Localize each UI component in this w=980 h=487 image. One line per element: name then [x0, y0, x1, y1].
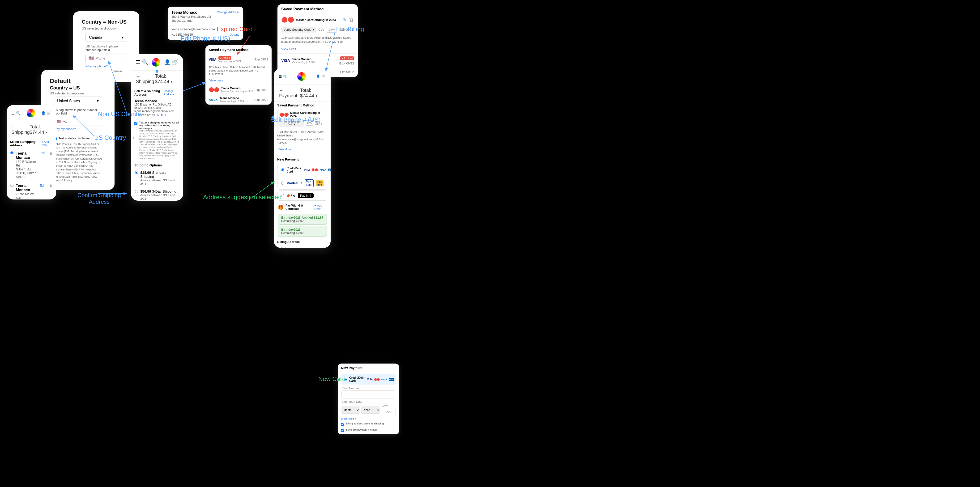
- cvv-label-tr: CVV: [318, 28, 324, 32]
- why-phone-non-us[interactable]: Why my phone?: [86, 65, 127, 68]
- saved-tr-card1-name: Master Card ending in 2224: [296, 18, 336, 22]
- payment-total: Total: $74.44: [300, 87, 314, 98]
- card1-edit-icon[interactable]: ✎: [343, 17, 347, 23]
- change-address-center[interactable]: Change Address: [164, 89, 180, 96]
- annotation-new-card: New Card →: [318, 375, 356, 383]
- paypal-label: PayPal: [287, 181, 298, 185]
- same-as-shipping-checkbox[interactable]: [341, 423, 344, 426]
- gift-icon: 🎁: [278, 205, 283, 210]
- applepay-radio[interactable]: [281, 194, 284, 197]
- card2-exp-tr: Exp: 09/22: [339, 62, 354, 65]
- ship-opt-2[interactable]: $56.99 3-Day ShippingArrives between 3/1…: [131, 187, 183, 201]
- saved-mid-title: Saved Payment Method: [205, 45, 272, 54]
- year-select[interactable]: Year: [361, 406, 380, 414]
- phone-edit-center2[interactable]: Edit: [161, 114, 166, 117]
- annotation-address-suggestion: Address suggestion selected: [203, 194, 282, 201]
- phone-center-section: Select a Shipping Address: [134, 89, 164, 96]
- view-more-payment[interactable]: View More: [274, 146, 331, 152]
- saved-tr-address: 1234 Main Street, Gilbert, Arizona 85120…: [277, 34, 358, 46]
- address-tr-line1: 150 E Warner Rd, Gilbert, AZ: [172, 14, 212, 19]
- add-new-gc[interactable]: + Add New: [314, 204, 327, 211]
- saved-mid-card1-exp: Exp 09/22: [255, 58, 268, 61]
- phone-left-section: Select a Shipping Address: [10, 140, 41, 147]
- saved-mid-card2-exp: Exp 09/22: [255, 88, 268, 92]
- gc2-applied: Birthday2023 Remaining: $0.00: [278, 226, 327, 237]
- what-is-this-link[interactable]: What is this?: [338, 417, 399, 421]
- addr2-edit[interactable]: Edit: [40, 184, 45, 187]
- ship-radio-1[interactable]: [135, 171, 138, 174]
- ship-opt-1[interactable]: $18.99 Standard ShippingArrives between …: [131, 168, 183, 187]
- phone-payment-page-title: ← Payment Total: $74.44 ›: [274, 85, 331, 102]
- non-us-title: Country = Non-US: [82, 19, 131, 25]
- phone-left-page-title: ← Shipping Total: $74.44 ›: [6, 121, 56, 138]
- saved-mid-card3-exp: Exp 09/22: [255, 98, 268, 102]
- phone-left: ☰ 🔍 👤 🛒 ← Shipping Total: $74.44 › Selec…: [6, 105, 56, 200]
- update-link[interactable]: Update: [229, 33, 239, 36]
- center-checkbox[interactable]: [134, 122, 137, 125]
- default-dropdown-label: US selected in dropdown: [50, 92, 106, 95]
- nav-logo-left: [27, 109, 35, 117]
- center-addr-line1: 150 E Warner Rd, Gilbert, AZ: [134, 103, 180, 106]
- annotation-expired-card: Expired Card: [217, 25, 253, 33]
- phone-payment: ☰ 🔍 👤 🛒 ← Payment Total: $74.44 › Saved …: [274, 68, 331, 248]
- phone-center-total: Total: $74.44: [155, 73, 169, 84]
- default-us-dropdown[interactable]: United States ▾: [54, 97, 102, 105]
- address-row-1[interactable]: Teena Monaco 150 E Warner Rd Gilbert, AZ…: [6, 149, 56, 181]
- cc-radio[interactable]: [281, 168, 284, 171]
- view-less-mid[interactable]: View Less: [205, 77, 272, 84]
- why-phone-default[interactable]: Why my phone?: [54, 127, 102, 131]
- address-tr-name: Teena Monaco: [172, 10, 212, 14]
- annotation-us-country: US Country ←: [94, 134, 138, 141]
- saved-tr-card2-name: Teena Monaco: [292, 58, 315, 61]
- non-us-dropdown[interactable]: Canada ▾: [86, 33, 127, 42]
- card3-exp-tr: Exp 09/22: [340, 70, 354, 74]
- card1-delete-icon[interactable]: 🗑: [349, 17, 354, 23]
- non-us-flag-label: US flag shows in phone number input fiel…: [86, 44, 127, 52]
- billing-section-label: Billing Address: [274, 238, 331, 246]
- new-card-section: New Payment Credit/Debit Card VISA 🔴🔴 AM…: [338, 363, 399, 435]
- saved-mid-card1-sub: Visa ending in 2224: [218, 60, 241, 63]
- addr2-trash[interactable]: 🗑: [49, 184, 52, 187]
- disclaimer-small: Mobile Phones Only. By Signing Up For Te…: [50, 142, 106, 182]
- add-new-left[interactable]: + Add New: [41, 140, 53, 147]
- saved-mid-card3-sub: Amex ending in 2224: [220, 100, 244, 103]
- annotation-confirm: Confirm Shipping Address: [78, 185, 121, 212]
- cvv-input-new[interactable]: [382, 408, 396, 416]
- addr2-radio[interactable]: [10, 184, 13, 187]
- payment-saved-title: Saved Payment Method: [274, 102, 331, 109]
- addr1-edit[interactable]: Edit: [40, 151, 45, 155]
- change-address-link[interactable]: Change Address: [217, 10, 239, 14]
- applepay-label: Pay in 4: [298, 193, 313, 198]
- gift-cert-section: 🎁 Pay With Gift Certificate + Add New: [274, 201, 331, 213]
- payment-address-block: 1234 Main Street, Gilbert, Arizona 85120…: [274, 129, 331, 146]
- phone-edit-center[interactable]: ✎: [157, 114, 159, 117]
- addr1-line2: Gilbert, AZ 85120, United States: [16, 167, 37, 179]
- verify-security-btn-tr[interactable]: Verify Security Code ●: [281, 27, 317, 33]
- default-title: Default: [50, 78, 106, 85]
- phone-center-nav: ☰🔍 👤 🛒: [131, 54, 183, 71]
- addr1-radio[interactable]: [10, 151, 13, 154]
- save-method-checkbox[interactable]: [341, 429, 344, 432]
- phone-left-nav-label: Shipping: [11, 130, 30, 135]
- non-us-phone-input[interactable]: [95, 56, 137, 60]
- full-name-label: Full Name: [278, 246, 327, 248]
- gc1-remaining: Remaining: $0.00: [281, 219, 323, 223]
- phone-center-page-title: ← Shipping Total: $74.44 ›: [131, 71, 183, 87]
- saved-payment-top-right: Saved Payment Method 🔴🔴 Master Card endi…: [277, 4, 358, 77]
- new-card-title: New Payment: [338, 363, 399, 372]
- addr1-name: Teena Monaco: [16, 151, 37, 160]
- ship-radio-2[interactable]: [135, 190, 138, 193]
- card-number-input[interactable]: [342, 390, 395, 398]
- address-row-2[interactable]: Teena Monaco 75afo Mainx S3t Gilbert, NY…: [6, 181, 56, 200]
- month-select[interactable]: Month: [341, 406, 360, 414]
- cc-row[interactable]: Credit/Debit Card VISA 🔴🔴 AMEX DISC: [277, 164, 327, 176]
- paypal-radio[interactable]: [281, 182, 284, 185]
- view-less-link-tr[interactable]: View Less: [277, 46, 358, 52]
- text-disclaimer-label: Text updates disclaimer: [59, 137, 91, 140]
- gc1-applied-label: Applied: [302, 216, 313, 219]
- paypal-row[interactable]: PayPal P Pay Later Pay in 4: [277, 177, 327, 190]
- cvv-label-new: CVV: [382, 404, 396, 408]
- addr1-trash[interactable]: 🗑: [49, 151, 52, 155]
- cc-label: Credit/Debit Card: [287, 167, 302, 173]
- applepay-row[interactable]: 🍎 Pay Pay in 4: [277, 190, 327, 201]
